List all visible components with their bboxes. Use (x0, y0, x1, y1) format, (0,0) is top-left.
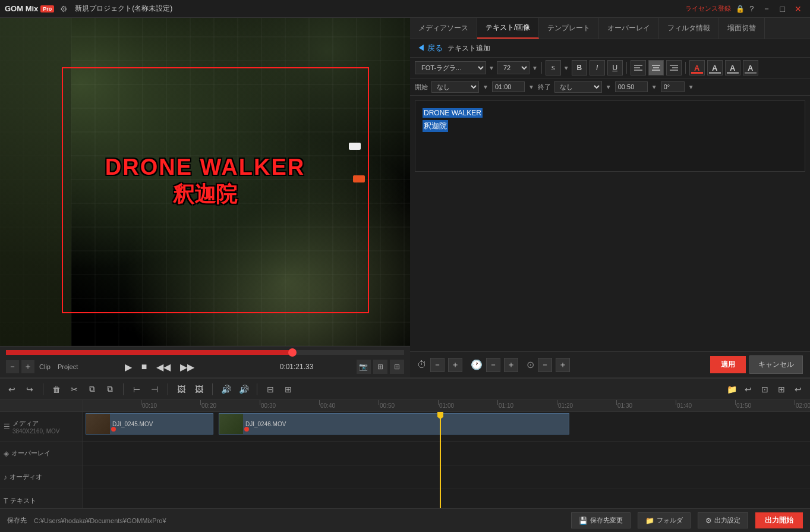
split-button[interactable]: ⊢ (130, 382, 144, 396)
image-btn1[interactable]: 🖼 (174, 382, 188, 396)
save-icon: 💾 (579, 517, 588, 525)
output-settings-icon: ⚙ (705, 517, 712, 525)
align-right-button[interactable] (666, 60, 682, 75)
media-track-sub: 3840X2160, MOV (12, 428, 60, 435)
tab-filter[interactable]: フィルタ情報 (659, 18, 719, 39)
start-effect-select[interactable]: なし (431, 81, 479, 93)
tool-right5[interactable]: ↩ (791, 382, 805, 396)
style-s-button[interactable]: S (546, 60, 561, 75)
left-panel: DRONE WALKER 釈迦院 － ＋ Clip Project ▶ (0, 18, 410, 377)
shadow-color-button[interactable]: A (743, 60, 758, 75)
zoom-in-button[interactable]: ＋ (21, 360, 34, 373)
clip1-thumb (86, 414, 110, 434)
trim-button[interactable]: ⊣ (147, 382, 162, 396)
text-track-icon: T (4, 497, 8, 505)
plus-btn2[interactable]: ＋ (504, 358, 518, 372)
paste-button[interactable]: ⧉ (103, 382, 117, 396)
tool-right3[interactable]: ⊡ (758, 382, 772, 396)
minus-btn1[interactable]: － (430, 358, 445, 372)
style-i-button[interactable]: I (590, 60, 605, 75)
ruler-mark-0120: 01:20 (557, 400, 573, 411)
tab-media[interactable]: メディアソース (410, 18, 477, 39)
capture-btn1[interactable]: 📷 (357, 360, 371, 374)
media-clip-1[interactable]: DJI_0245.MOV (86, 413, 213, 435)
license-button[interactable]: ライセンス登録 (685, 4, 731, 13)
settings-icon[interactable]: ⚙ (60, 4, 68, 14)
tab-text[interactable]: テキスト/画像 (477, 18, 539, 39)
tool-right2[interactable]: ↩ (741, 382, 755, 396)
tool-right4[interactable]: ⊞ (774, 382, 789, 396)
track-label-overlay: ◈ オーバーレイ (0, 442, 83, 465)
save-as-button[interactable]: 💾 保存先変更 (571, 512, 631, 528)
playback-buttons: ▶ ■ ◀◀ ▶▶ (121, 360, 198, 374)
minus-btn2[interactable]: － (486, 358, 500, 372)
folder-button[interactable]: 📁 フォルダ (638, 512, 691, 528)
ruler-mark-0200: 02:00 (795, 400, 810, 411)
output-settings-button[interactable]: ⚙ 出力設定 (698, 512, 748, 528)
delete-button[interactable]: 🗑 (49, 382, 64, 396)
font-selector[interactable]: FOT-ラグラ... (415, 61, 486, 74)
add-text-button[interactable]: テキスト追加 (447, 43, 490, 53)
clip1-name: DJI_0245.MOV (110, 421, 155, 427)
prev-button[interactable]: ◀◀ (153, 360, 174, 374)
controls-row: － ＋ Clip Project ▶ ■ ◀◀ ▶▶ 0:01:21.33 📷 … (6, 360, 404, 374)
media-track-text: メディア 3840X2160, MOV (12, 419, 60, 435)
back-button[interactable]: ◀ 戻る (417, 43, 443, 53)
redo-button[interactable]: ↪ (23, 382, 37, 396)
maximize-button[interactable]: □ (777, 3, 789, 15)
buildings-overlay (0, 18, 71, 346)
timeline-tracks[interactable]: 00:10 00:20 00:30 00:40 00:50 01:00 01:1… (83, 400, 810, 508)
clip2-audio (244, 427, 249, 432)
copy-button[interactable]: ⧉ (85, 382, 99, 396)
playhead[interactable] (440, 412, 441, 508)
ungroup-button[interactable]: ⊞ (281, 382, 295, 396)
cut-button[interactable]: ✂ (67, 382, 81, 396)
text-input-area[interactable]: DRONE WALKER 釈迦院 (415, 100, 805, 172)
tab-template[interactable]: テンプレート (539, 18, 599, 39)
play-button[interactable]: ▶ (121, 360, 135, 374)
style-b-button[interactable]: B (572, 60, 587, 75)
tab-overlay[interactable]: オーバーレイ (599, 18, 659, 39)
bg-color-button[interactable]: A (707, 60, 723, 75)
stop-button[interactable]: ■ (138, 360, 151, 373)
font-color-button[interactable]: A (689, 60, 705, 75)
export-button[interactable]: 出力開始 (755, 512, 803, 528)
zoom-out-button[interactable]: － (6, 360, 19, 373)
car-orange (353, 175, 365, 182)
cancel-button[interactable]: キャンセル (749, 355, 803, 374)
tab-scene[interactable]: 場面切替 (719, 18, 765, 39)
project-tab[interactable]: Project (58, 363, 78, 370)
progress-handle[interactable] (288, 348, 297, 357)
apply-button[interactable]: 適用 (710, 356, 746, 373)
back-row: ◀ 戻る テキスト追加 (410, 39, 810, 58)
help-icon[interactable]: ? (749, 4, 754, 13)
plus-btn3[interactable]: ＋ (556, 358, 570, 372)
undo-button[interactable]: ↩ (5, 382, 19, 396)
media-clip-2[interactable]: DJI_0246.MOV (219, 413, 569, 435)
clip-tab[interactable]: Clip (39, 363, 51, 370)
progress-bar[interactable] (6, 350, 404, 355)
next-button[interactable]: ▶▶ (177, 360, 198, 374)
end-effect-select[interactable]: なし (554, 81, 602, 93)
capture-btn2[interactable]: ⊞ (373, 360, 387, 374)
tool-right1[interactable]: 📁 (724, 382, 739, 396)
audio-down-button[interactable]: 🔊 (219, 382, 233, 396)
pro-badge: Pro (40, 5, 54, 12)
image-btn2[interactable]: 🖼 (192, 382, 206, 396)
degree-input[interactable] (661, 81, 685, 92)
style-u-button[interactable]: U (607, 60, 623, 75)
minus-btn3[interactable]: － (538, 358, 552, 372)
align-center-button[interactable] (648, 60, 664, 75)
capture-btn3[interactable]: ⊟ (390, 360, 404, 374)
outline-color-button[interactable]: A (725, 60, 740, 75)
minimize-button[interactable]: － (759, 2, 774, 15)
audio-up-button[interactable]: 🔊 (237, 382, 251, 396)
group-button[interactable]: ⊟ (263, 382, 278, 396)
plus-btn1[interactable]: ＋ (448, 358, 462, 372)
end-time-input[interactable] (615, 81, 648, 92)
start-time-input[interactable] (492, 81, 525, 92)
size-selector[interactable]: 72 (497, 61, 530, 74)
close-button[interactable]: ✕ (791, 3, 805, 15)
align-left-button[interactable] (631, 60, 646, 75)
clip1-audio (111, 427, 116, 432)
